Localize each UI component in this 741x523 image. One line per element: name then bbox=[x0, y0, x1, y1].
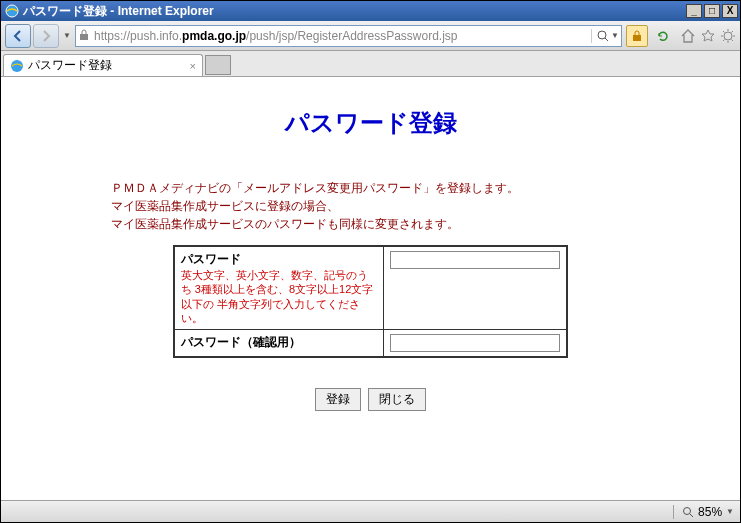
close-button[interactable] bbox=[368, 388, 426, 411]
password-input-cell bbox=[384, 246, 568, 330]
back-arrow-icon bbox=[11, 29, 25, 43]
svg-line-12 bbox=[723, 39, 725, 41]
search-dropdown[interactable]: ▼ bbox=[611, 31, 619, 40]
desc-line-2: マイ医薬品集作成サービスに登録の場合、 bbox=[111, 197, 651, 215]
back-button[interactable] bbox=[5, 24, 31, 48]
browser-tab[interactable]: パスワード登録 × bbox=[3, 54, 203, 76]
password-confirm-input-cell bbox=[384, 330, 568, 358]
magnifier-icon[interactable] bbox=[596, 29, 610, 43]
svg-line-3 bbox=[605, 38, 608, 41]
tools-icon[interactable] bbox=[720, 28, 736, 44]
security-lock-icon[interactable] bbox=[626, 25, 648, 47]
window-controls: _ □ X bbox=[686, 4, 738, 18]
browser-toolbar: ▼ https://push.info.pmda.go.jp/push/jsp/… bbox=[1, 21, 740, 51]
forward-button[interactable] bbox=[33, 24, 59, 48]
svg-point-2 bbox=[598, 31, 606, 39]
close-window-button[interactable]: X bbox=[722, 4, 738, 18]
maximize-button[interactable]: □ bbox=[704, 4, 720, 18]
address-text: https://push.info.pmda.go.jp/push/jsp/Re… bbox=[94, 29, 589, 43]
password-form-table: パスワード 英大文字、英小文字、数字、記号のうち 3種類以上を含む、8文字以上1… bbox=[173, 245, 569, 358]
register-button[interactable] bbox=[315, 388, 361, 411]
desc-line-3: マイ医薬品集作成サービスのパスワードも同様に変更されます。 bbox=[111, 215, 651, 233]
new-tab-button[interactable] bbox=[205, 55, 231, 75]
ie-logo-icon bbox=[5, 4, 19, 18]
page-description: ＰＭＤＡメディナビの「メールアドレス変更用パスワード」を登録します。 マイ医薬品… bbox=[111, 179, 651, 233]
zoom-dropdown-icon[interactable]: ▼ bbox=[726, 507, 734, 516]
zoom-magnifier-icon bbox=[682, 506, 694, 518]
home-icon[interactable] bbox=[680, 28, 696, 44]
svg-point-15 bbox=[684, 507, 691, 514]
tab-bar: パスワード登録 × bbox=[1, 51, 740, 77]
address-bar[interactable]: https://push.info.pmda.go.jp/push/jsp/Re… bbox=[75, 25, 622, 47]
svg-line-10 bbox=[723, 31, 725, 33]
refresh-button[interactable] bbox=[652, 25, 674, 47]
svg-rect-4 bbox=[633, 35, 641, 41]
tab-favicon bbox=[10, 59, 24, 73]
url-host: pmda.go.jp bbox=[182, 29, 246, 43]
svg-rect-1 bbox=[80, 34, 88, 40]
window-titlebar: パスワード登録 - Internet Explorer _ □ X bbox=[1, 1, 740, 21]
toolbar-right-icons bbox=[680, 28, 736, 44]
password-confirm-label: パスワード（確認用） bbox=[181, 335, 301, 349]
window-title: パスワード登録 - Internet Explorer bbox=[23, 3, 686, 20]
zoom-control[interactable]: 85% ▼ bbox=[673, 505, 734, 519]
password-label-cell: パスワード 英大文字、英小文字、数字、記号のうち 3種類以上を含む、8文字以上1… bbox=[174, 246, 384, 330]
nav-history-dropdown[interactable]: ▼ bbox=[61, 24, 73, 48]
zoom-value: 85% bbox=[698, 505, 722, 519]
table-row: パスワード 英大文字、英小文字、数字、記号のうち 3種類以上を含む、8文字以上1… bbox=[174, 246, 568, 330]
password-input[interactable] bbox=[390, 251, 560, 269]
password-confirm-input[interactable] bbox=[390, 334, 560, 352]
url-path: /push/jsp/RegisterAddressPassword.jsp bbox=[246, 29, 457, 43]
search-controls: ▼ bbox=[591, 29, 619, 43]
password-label: パスワード bbox=[181, 252, 241, 266]
url-scheme: https:// bbox=[94, 29, 130, 43]
minimize-button[interactable]: _ bbox=[686, 4, 702, 18]
button-row bbox=[91, 388, 651, 411]
page-heading: パスワード登録 bbox=[91, 107, 651, 139]
tab-title: パスワード登録 bbox=[28, 57, 112, 74]
lock-icon bbox=[78, 29, 92, 43]
password-hint: 英大文字、英小文字、数字、記号のうち 3種類以上を含む、8文字以上12文字以下の… bbox=[181, 268, 378, 325]
url-host-pre: push.info. bbox=[130, 29, 182, 43]
favorites-icon[interactable] bbox=[700, 28, 716, 44]
tab-close-icon[interactable]: × bbox=[190, 60, 196, 72]
svg-line-11 bbox=[732, 39, 734, 41]
forward-arrow-icon bbox=[39, 29, 53, 43]
password-confirm-label-cell: パスワード（確認用） bbox=[174, 330, 384, 358]
desc-line-1: ＰＭＤＡメディナビの「メールアドレス変更用パスワード」を登録します。 bbox=[111, 179, 651, 197]
table-row: パスワード（確認用） bbox=[174, 330, 568, 358]
svg-line-16 bbox=[690, 514, 693, 517]
status-bar: 85% ▼ bbox=[1, 500, 740, 522]
page-content: パスワード登録 ＰＭＤＡメディナビの「メールアドレス変更用パスワード」を登録しま… bbox=[1, 77, 740, 500]
svg-point-5 bbox=[724, 32, 732, 40]
svg-line-13 bbox=[732, 31, 734, 33]
